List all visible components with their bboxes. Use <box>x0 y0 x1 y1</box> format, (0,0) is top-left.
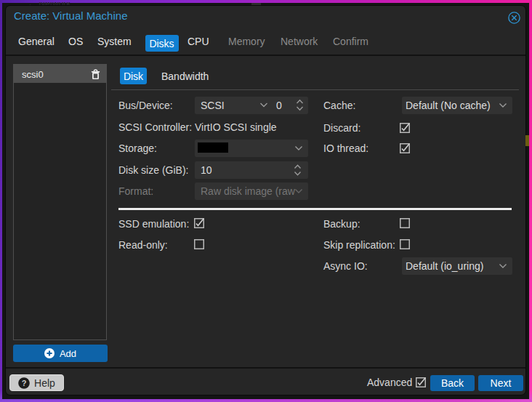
svg-text:?: ? <box>22 379 27 387</box>
